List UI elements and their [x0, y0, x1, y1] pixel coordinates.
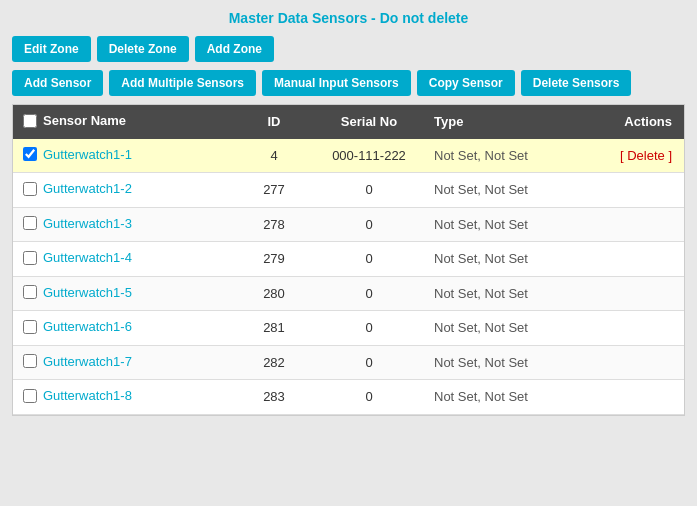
sensor-id-cell: 277 [234, 173, 314, 208]
type-cell: Not Set, Not Set [424, 345, 584, 380]
actions-cell [584, 276, 684, 311]
sensor-id-cell: 282 [234, 345, 314, 380]
actions-cell [584, 242, 684, 277]
sensor-name-cell: Gutterwatch1-8 [13, 380, 234, 415]
actions-cell [584, 207, 684, 242]
table-row: Gutterwatch1-42790Not Set, Not Set [13, 242, 684, 277]
sensor-id-cell: 280 [234, 276, 314, 311]
serial-no-cell: 0 [314, 173, 424, 208]
page-wrapper: Master Data Sensors - Do not delete Edit… [0, 0, 697, 426]
sensor-name-link[interactable]: Gutterwatch1-8 [43, 388, 132, 403]
sensor-id-cell: 4 [234, 139, 314, 173]
sensor-name-link[interactable]: Gutterwatch1-5 [43, 285, 132, 300]
row-checkbox[interactable] [23, 320, 37, 334]
sensor-name-link[interactable]: Gutterwatch1-3 [43, 216, 132, 231]
serial-no-cell: 0 [314, 345, 424, 380]
table-row: Gutterwatch1-72820Not Set, Not Set [13, 345, 684, 380]
table-body: Gutterwatch1-14000-111-222Not Set, Not S… [13, 139, 684, 415]
type-cell: Not Set, Not Set [424, 173, 584, 208]
actions-cell [584, 345, 684, 380]
table-row: Gutterwatch1-22770Not Set, Not Set [13, 173, 684, 208]
col-header-type: Type [424, 105, 584, 139]
sensor-name-cell: Gutterwatch1-6 [13, 311, 234, 346]
page-title: Master Data Sensors - Do not delete [12, 10, 685, 26]
sensor-name-cell: Gutterwatch1-7 [13, 345, 234, 380]
sensor-name-link[interactable]: Gutterwatch1-6 [43, 319, 132, 334]
col-header-id: ID [234, 105, 314, 139]
type-cell: Not Set, Not Set [424, 242, 584, 277]
serial-no-cell: 0 [314, 380, 424, 415]
sensor-name-link[interactable]: Gutterwatch1-7 [43, 354, 132, 369]
table-row: Gutterwatch1-82830Not Set, Not Set [13, 380, 684, 415]
copy-sensor-button[interactable]: Copy Sensor [417, 70, 515, 96]
table-row: Gutterwatch1-62810Not Set, Not Set [13, 311, 684, 346]
type-cell: Not Set, Not Set [424, 207, 584, 242]
manual-input-sensors-button[interactable]: Manual Input Sensors [262, 70, 411, 96]
sensors-table: Sensor Name ID Serial No Type Actions Gu… [13, 105, 684, 415]
row-checkbox[interactable] [23, 389, 37, 403]
actions-cell [584, 380, 684, 415]
sensor-id-cell: 279 [234, 242, 314, 277]
table-header-row: Sensor Name ID Serial No Type Actions [13, 105, 684, 139]
serial-no-cell: 0 [314, 242, 424, 277]
col-header-sensor-name: Sensor Name [13, 105, 234, 139]
row-checkbox[interactable] [23, 147, 37, 161]
actions-cell: [ Delete ] [584, 139, 684, 173]
type-cell: Not Set, Not Set [424, 380, 584, 415]
actions-cell [584, 173, 684, 208]
sensor-name-cell: Gutterwatch1-4 [13, 242, 234, 277]
sensor-name-cell: Gutterwatch1-1 [13, 139, 234, 173]
delete-sensors-button[interactable]: Delete Sensors [521, 70, 632, 96]
type-cell: Not Set, Not Set [424, 139, 584, 173]
row-checkbox[interactable] [23, 251, 37, 265]
sensor-name-link[interactable]: Gutterwatch1-2 [43, 181, 132, 196]
row-checkbox[interactable] [23, 216, 37, 230]
serial-no-cell: 0 [314, 207, 424, 242]
col-header-serial: Serial No [314, 105, 424, 139]
table-row: Gutterwatch1-52800Not Set, Not Set [13, 276, 684, 311]
type-cell: Not Set, Not Set [424, 311, 584, 346]
sensor-name-link[interactable]: Gutterwatch1-1 [43, 147, 132, 162]
serial-no-cell: 0 [314, 276, 424, 311]
add-multiple-sensors-button[interactable]: Add Multiple Sensors [109, 70, 256, 96]
serial-no-cell: 0 [314, 311, 424, 346]
serial-no-cell: 000-111-222 [314, 139, 424, 173]
actions-cell [584, 311, 684, 346]
edit-zone-button[interactable]: Edit Zone [12, 36, 91, 62]
row-checkbox[interactable] [23, 354, 37, 368]
delete-zone-button[interactable]: Delete Zone [97, 36, 189, 62]
add-zone-button[interactable]: Add Zone [195, 36, 274, 62]
sensors-table-container: Sensor Name ID Serial No Type Actions Gu… [12, 104, 685, 416]
sensor-name-link[interactable]: Gutterwatch1-4 [43, 250, 132, 265]
toolbar-row-2: Add Sensor Add Multiple Sensors Manual I… [12, 70, 685, 96]
sensor-id-cell: 281 [234, 311, 314, 346]
row-checkbox[interactable] [23, 182, 37, 196]
sensor-id-cell: 283 [234, 380, 314, 415]
delete-action-link[interactable]: [ Delete ] [620, 148, 672, 163]
table-row: Gutterwatch1-14000-111-222Not Set, Not S… [13, 139, 684, 173]
sensor-name-cell: Gutterwatch1-3 [13, 207, 234, 242]
sensor-name-cell: Gutterwatch1-2 [13, 173, 234, 208]
sensor-id-cell: 278 [234, 207, 314, 242]
col-header-actions: Actions [584, 105, 684, 139]
row-checkbox[interactable] [23, 285, 37, 299]
select-all-checkbox[interactable] [23, 114, 37, 128]
table-row: Gutterwatch1-32780Not Set, Not Set [13, 207, 684, 242]
add-sensor-button[interactable]: Add Sensor [12, 70, 103, 96]
type-cell: Not Set, Not Set [424, 276, 584, 311]
toolbar-row-1: Edit Zone Delete Zone Add Zone [12, 36, 685, 62]
sensor-name-cell: Gutterwatch1-5 [13, 276, 234, 311]
